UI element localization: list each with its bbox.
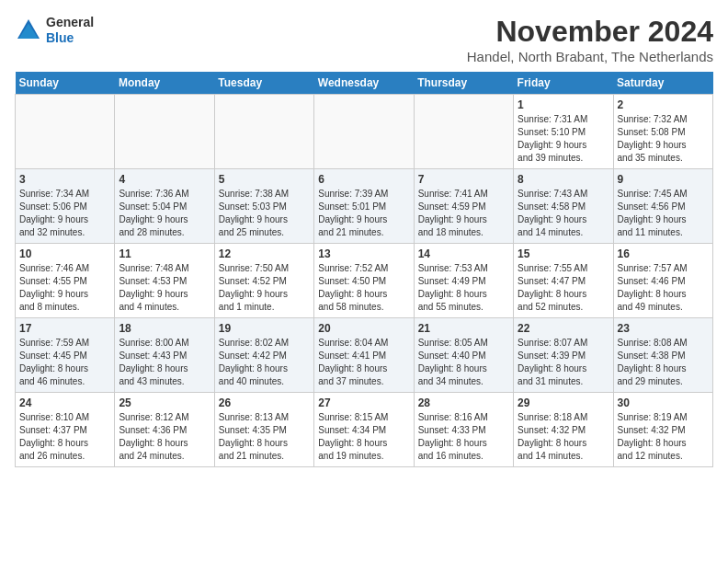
day-info: Sunrise: 8:13 AM Sunset: 4:35 PM Dayligh… [219, 411, 310, 463]
day-number: 4 [119, 173, 210, 186]
day-info: Sunrise: 7:48 AM Sunset: 4:53 PM Dayligh… [119, 262, 210, 314]
day-number: 26 [219, 396, 310, 409]
weekday-header-tuesday: Tuesday [214, 72, 313, 95]
day-info: Sunrise: 7:32 AM Sunset: 5:08 PM Dayligh… [618, 113, 709, 165]
day-number: 25 [119, 396, 210, 409]
logo-icon [15, 17, 42, 44]
calendar-cell: 23Sunrise: 8:08 AM Sunset: 4:38 PM Dayli… [613, 318, 712, 393]
calendar-cell: 25Sunrise: 8:12 AM Sunset: 4:36 PM Dayli… [115, 393, 214, 467]
day-info: Sunrise: 7:45 AM Sunset: 4:56 PM Dayligh… [618, 188, 709, 239]
day-info: Sunrise: 7:53 AM Sunset: 4:49 PM Dayligh… [418, 262, 509, 314]
header: General Blue November 2024 Handel, North… [15, 15, 713, 64]
day-info: Sunrise: 8:16 AM Sunset: 4:33 PM Dayligh… [418, 411, 509, 463]
day-info: Sunrise: 7:55 AM Sunset: 4:47 PM Dayligh… [518, 262, 609, 314]
logo-text: General Blue [46, 15, 94, 46]
day-number: 29 [518, 396, 609, 409]
calendar-week-row: 17Sunrise: 7:59 AM Sunset: 4:45 PM Dayli… [16, 318, 713, 393]
calendar-cell: 19Sunrise: 8:02 AM Sunset: 4:42 PM Dayli… [214, 318, 313, 393]
day-number: 12 [219, 247, 310, 260]
location: Handel, North Brabant, The Netherlands [467, 49, 713, 64]
day-number: 11 [119, 247, 210, 260]
calendar-cell: 5Sunrise: 7:38 AM Sunset: 5:03 PM Daylig… [214, 169, 313, 244]
day-number: 21 [418, 322, 509, 335]
day-info: Sunrise: 7:43 AM Sunset: 4:58 PM Dayligh… [518, 188, 609, 239]
weekday-header-row: SundayMondayTuesdayWednesdayThursdayFrid… [16, 72, 713, 95]
day-number: 14 [418, 247, 509, 260]
calendar-cell [314, 95, 414, 169]
day-number: 24 [19, 396, 110, 409]
day-info: Sunrise: 8:05 AM Sunset: 4:40 PM Dayligh… [418, 337, 509, 388]
svg-marker-1 [19, 23, 39, 39]
calendar-week-row: 3Sunrise: 7:34 AM Sunset: 5:06 PM Daylig… [16, 169, 713, 244]
day-info: Sunrise: 7:34 AM Sunset: 5:06 PM Dayligh… [19, 188, 110, 239]
day-number: 30 [618, 396, 709, 409]
calendar-cell: 16Sunrise: 7:57 AM Sunset: 4:46 PM Dayli… [613, 244, 712, 318]
day-info: Sunrise: 8:00 AM Sunset: 4:43 PM Dayligh… [119, 337, 210, 388]
calendar-cell: 9Sunrise: 7:45 AM Sunset: 4:56 PM Daylig… [613, 169, 712, 244]
weekday-header-monday: Monday [115, 72, 214, 95]
day-number: 18 [119, 322, 210, 335]
day-number: 23 [618, 322, 709, 335]
day-number: 13 [318, 247, 409, 260]
calendar-cell: 8Sunrise: 7:43 AM Sunset: 4:58 PM Daylig… [514, 169, 613, 244]
calendar-cell: 28Sunrise: 8:16 AM Sunset: 4:33 PM Dayli… [414, 393, 513, 467]
day-number: 10 [19, 247, 110, 260]
day-number: 9 [618, 173, 709, 186]
weekday-header-saturday: Saturday [613, 72, 712, 95]
calendar-cell: 26Sunrise: 8:13 AM Sunset: 4:35 PM Dayli… [214, 393, 313, 467]
logo-general: General [46, 15, 94, 29]
calendar-table: SundayMondayTuesdayWednesdayThursdayFrid… [15, 72, 713, 467]
calendar-cell: 12Sunrise: 7:50 AM Sunset: 4:52 PM Dayli… [214, 244, 313, 318]
weekday-header-thursday: Thursday [414, 72, 513, 95]
calendar-cell: 22Sunrise: 8:07 AM Sunset: 4:39 PM Dayli… [514, 318, 613, 393]
day-number: 27 [318, 396, 409, 409]
calendar-cell: 29Sunrise: 8:18 AM Sunset: 4:32 PM Dayli… [514, 393, 613, 467]
day-info: Sunrise: 8:02 AM Sunset: 4:42 PM Dayligh… [219, 337, 310, 388]
day-info: Sunrise: 8:08 AM Sunset: 4:38 PM Dayligh… [618, 337, 709, 388]
calendar-cell [115, 95, 214, 169]
calendar-cell: 20Sunrise: 8:04 AM Sunset: 4:41 PM Dayli… [314, 318, 414, 393]
day-number: 6 [318, 173, 409, 186]
day-info: Sunrise: 8:12 AM Sunset: 4:36 PM Dayligh… [119, 411, 210, 463]
day-number: 1 [518, 98, 609, 111]
calendar-cell: 21Sunrise: 8:05 AM Sunset: 4:40 PM Dayli… [414, 318, 513, 393]
day-info: Sunrise: 7:39 AM Sunset: 5:01 PM Dayligh… [318, 188, 409, 239]
calendar-cell: 3Sunrise: 7:34 AM Sunset: 5:06 PM Daylig… [16, 169, 115, 244]
calendar-cell [16, 95, 115, 169]
calendar-cell: 24Sunrise: 8:10 AM Sunset: 4:37 PM Dayli… [16, 393, 115, 467]
day-info: Sunrise: 7:46 AM Sunset: 4:55 PM Dayligh… [19, 262, 110, 314]
title-block: November 2024 Handel, North Brabant, The… [467, 15, 713, 64]
weekday-header-friday: Friday [514, 72, 613, 95]
day-info: Sunrise: 8:15 AM Sunset: 4:34 PM Dayligh… [318, 411, 409, 463]
day-number: 8 [518, 173, 609, 186]
day-number: 5 [219, 173, 310, 186]
calendar-cell: 1Sunrise: 7:31 AM Sunset: 5:10 PM Daylig… [514, 95, 613, 169]
calendar-cell [214, 95, 313, 169]
day-info: Sunrise: 8:04 AM Sunset: 4:41 PM Dayligh… [318, 337, 409, 388]
day-info: Sunrise: 8:10 AM Sunset: 4:37 PM Dayligh… [19, 411, 110, 463]
calendar-cell: 2Sunrise: 7:32 AM Sunset: 5:08 PM Daylig… [613, 95, 712, 169]
day-info: Sunrise: 7:38 AM Sunset: 5:03 PM Dayligh… [219, 188, 310, 239]
calendar-cell: 11Sunrise: 7:48 AM Sunset: 4:53 PM Dayli… [115, 244, 214, 318]
day-info: Sunrise: 7:57 AM Sunset: 4:46 PM Dayligh… [618, 262, 709, 314]
day-number: 19 [219, 322, 310, 335]
logo-blue: Blue [46, 30, 74, 45]
calendar-cell: 14Sunrise: 7:53 AM Sunset: 4:49 PM Dayli… [414, 244, 513, 318]
day-number: 17 [19, 322, 110, 335]
calendar-cell: 15Sunrise: 7:55 AM Sunset: 4:47 PM Dayli… [514, 244, 613, 318]
day-info: Sunrise: 8:07 AM Sunset: 4:39 PM Dayligh… [518, 337, 609, 388]
calendar-cell: 18Sunrise: 8:00 AM Sunset: 4:43 PM Dayli… [115, 318, 214, 393]
logo: General Blue [15, 15, 94, 46]
day-info: Sunrise: 7:52 AM Sunset: 4:50 PM Dayligh… [318, 262, 409, 314]
day-number: 7 [418, 173, 509, 186]
calendar-cell: 7Sunrise: 7:41 AM Sunset: 4:59 PM Daylig… [414, 169, 513, 244]
weekday-header-wednesday: Wednesday [314, 72, 414, 95]
day-number: 22 [518, 322, 609, 335]
day-info: Sunrise: 7:31 AM Sunset: 5:10 PM Dayligh… [518, 113, 609, 165]
calendar-cell: 10Sunrise: 7:46 AM Sunset: 4:55 PM Dayli… [16, 244, 115, 318]
day-info: Sunrise: 8:19 AM Sunset: 4:32 PM Dayligh… [618, 411, 709, 463]
calendar-cell: 17Sunrise: 7:59 AM Sunset: 4:45 PM Dayli… [16, 318, 115, 393]
calendar-cell: 27Sunrise: 8:15 AM Sunset: 4:34 PM Dayli… [314, 393, 414, 467]
day-number: 2 [618, 98, 709, 111]
day-info: Sunrise: 7:36 AM Sunset: 5:04 PM Dayligh… [119, 188, 210, 239]
